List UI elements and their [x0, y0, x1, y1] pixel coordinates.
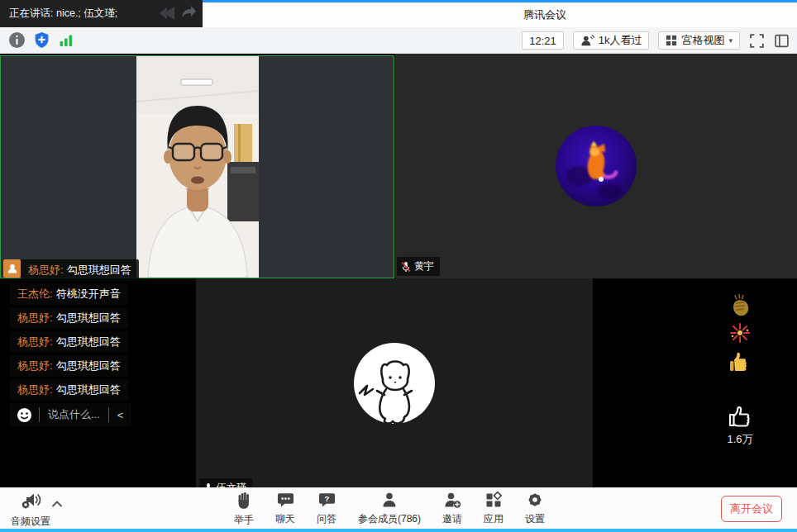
- participants-button[interactable]: 参会成员(786): [358, 492, 421, 526]
- chat-message: 杨思妤: 勾思琪想回答: [10, 355, 128, 377]
- taskbar-edge: [0, 529, 797, 532]
- grid-view-icon: [666, 35, 677, 46]
- info-icon[interactable]: [8, 31, 26, 49]
- video-tile-active-speaker[interactable]: [0, 55, 394, 278]
- thermal-cat-avatar: [555, 125, 637, 207]
- video-tile-bottom[interactable]: 伍文瑾: [196, 278, 593, 487]
- apps-grid-icon: [485, 492, 502, 508]
- leave-meeting-button[interactable]: 离开会议: [721, 496, 782, 522]
- fireworks-emoji: [728, 321, 752, 345]
- tencent-meeting-window: 腾讯会议 正在讲话: nice.; 伍文瑾;: [0, 0, 797, 532]
- shield-protect-icon[interactable]: [33, 31, 50, 49]
- chat-message: 杨思妤: 勾思琪想回答: [10, 307, 128, 329]
- chat-bubble-icon: [277, 492, 294, 508]
- settings-button[interactable]: 设置: [525, 492, 545, 526]
- viewers-count: 1k人看过: [599, 33, 642, 48]
- qa-button[interactable]: ? 问答: [317, 492, 336, 526]
- meeting-footer: 音频设置 举手: [0, 487, 797, 529]
- chat-button[interactable]: 聊天: [275, 492, 295, 526]
- webcam-video: [136, 56, 259, 278]
- raise-hand-button[interactable]: 举手: [234, 492, 254, 527]
- chat-message: 杨思妤: 勾思琪想回答: [10, 331, 128, 353]
- emoji-smiley-icon[interactable]: [17, 407, 32, 423]
- chat-message: 杨思妤: 勾思琪想回答: [21, 259, 139, 281]
- view-mode-dropdown[interactable]: 宫格视图 ▾: [658, 31, 740, 50]
- thumbs-up-emoji: [728, 349, 752, 374]
- viewers-button[interactable]: 1k人看过: [573, 31, 650, 50]
- audio-expand-caret[interactable]: [51, 500, 63, 508]
- participants-icon: [381, 492, 398, 508]
- chevron-down-icon: ▾: [728, 36, 733, 45]
- participant-name: 伍文瑾: [217, 481, 246, 487]
- active-speaker-bar: 正在讲话: nice.; 伍文瑾;: [0, 0, 203, 27]
- chat-input-bar[interactable]: 说点什么... <: [10, 403, 131, 426]
- chat-collapse-button[interactable]: <: [116, 409, 126, 421]
- rewind-arrows-icon: [158, 4, 178, 22]
- mic-muted-icon: [401, 261, 411, 273]
- clap-emoji: [728, 293, 752, 318]
- svg-text:?: ?: [324, 494, 329, 503]
- chat-sender-avatar: [3, 259, 21, 278]
- reply-arrow-icon: [179, 4, 198, 22]
- raise-hand-icon: [236, 492, 252, 509]
- like-count: 1.6万: [718, 432, 761, 447]
- invite-person-icon: [444, 492, 461, 508]
- meeting-toolbar: 12:21 1k人看过 宫格视图 ▾: [0, 27, 797, 54]
- viewer-person-icon: [580, 35, 594, 47]
- audio-settings-button[interactable]: 音频设置: [5, 492, 56, 529]
- sidebar-toggle-icon[interactable]: [774, 33, 790, 49]
- like-button[interactable]: [726, 402, 754, 430]
- chat-message: 杨思妤: 勾思琪想回答: [10, 379, 128, 401]
- video-tile-huangyu[interactable]: 黄宇: [395, 54, 797, 278]
- gear-icon: [527, 492, 543, 508]
- app-title: 腾讯会议: [523, 7, 566, 22]
- network-signal-icon[interactable]: [58, 32, 74, 49]
- fullscreen-icon[interactable]: [749, 33, 765, 49]
- chat-input-placeholder[interactable]: 说点什么...: [39, 407, 109, 422]
- person-illustration: [136, 56, 259, 278]
- meeting-timer: 12:21: [522, 31, 564, 50]
- speaker-gear-icon: [20, 492, 42, 510]
- overlay-arrow-icons: [158, 4, 198, 22]
- cat-drawing-avatar: [353, 342, 436, 425]
- question-bubble-icon: ?: [318, 492, 336, 508]
- chat-message: 王杰伦: 符桃没开声音: [10, 283, 128, 305]
- participant-name-chip-clipped: 伍文瑾: [199, 478, 252, 487]
- apps-button[interactable]: 应用: [484, 492, 503, 526]
- active-speaker-text: 正在讲话: nice.; 伍文瑾;: [9, 7, 117, 21]
- view-mode-label: 宫格视图: [681, 33, 724, 48]
- participant-name-chip: 黄宇: [397, 257, 440, 276]
- participant-name: 黄宇: [414, 259, 434, 273]
- invite-button[interactable]: 邀请: [442, 492, 462, 526]
- audio-settings-label: 音频设置: [5, 515, 56, 529]
- person-avatar-icon: [7, 263, 18, 274]
